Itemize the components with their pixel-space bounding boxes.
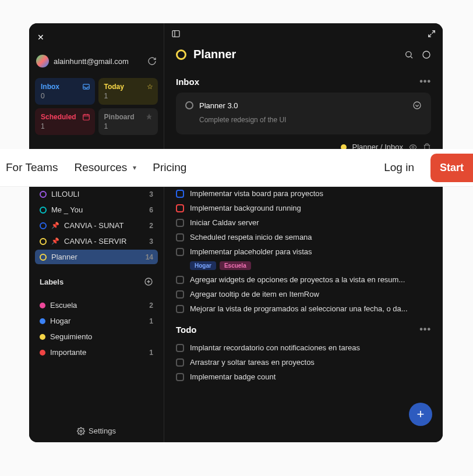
task-checkbox[interactable]	[176, 358, 184, 367]
nav-login[interactable]: Log in	[384, 161, 414, 174]
avatar	[36, 55, 49, 68]
task-checkbox[interactable]	[176, 305, 184, 313]
project-ring-icon	[40, 222, 47, 229]
project-ring-icon	[40, 191, 47, 198]
task-text: Iniciar Caldav server	[190, 218, 431, 227]
task-row[interactable]: Mejorar la vista de programados al selec…	[176, 301, 431, 316]
star-icon: ☆	[147, 83, 153, 91]
project-ring-icon	[40, 207, 47, 214]
add-task-fab[interactable]: +	[409, 403, 432, 426]
task-checkbox[interactable]	[176, 248, 184, 256]
task-checkbox[interactable]	[176, 219, 184, 227]
chevron-down-icon: ▾	[133, 164, 136, 172]
label-dot-icon	[40, 303, 45, 308]
svg-rect-4	[172, 31, 179, 37]
project-item[interactable]: 📌 CANVIA - SERVIR 3	[35, 234, 158, 248]
refresh-icon[interactable]	[147, 56, 157, 66]
svg-point-3	[80, 430, 82, 432]
task-checkbox[interactable]	[176, 276, 184, 284]
pin-icon: 📌	[51, 237, 59, 245]
task-checkbox[interactable]	[176, 373, 184, 381]
task-row[interactable]: Implementar badge count	[176, 370, 431, 384]
gear-icon	[77, 427, 85, 435]
label-dot-icon	[40, 318, 45, 324]
project-count: 14	[146, 253, 153, 261]
task-text: Arrastrar y soltar tareas en proyectos	[190, 358, 431, 367]
section-inbox-title: Inbox	[176, 77, 199, 87]
task-row[interactable]: Implementar placeholder para vistas	[176, 244, 431, 259]
tags-row: HogarEscuela	[190, 261, 431, 270]
project-item[interactable]: 📌 CANVIA - SUNAT 2	[35, 218, 158, 233]
tile-pinboard[interactable]: Pinboard 1	[98, 108, 158, 135]
task-text: Implementar background running	[190, 204, 431, 212]
main-header: Planner	[164, 44, 443, 70]
project-ring-icon	[176, 49, 186, 60]
project-item[interactable]: Me _ You 6	[35, 203, 158, 217]
section-more-icon[interactable]: •••	[419, 76, 431, 87]
close-icon[interactable]: ✕	[35, 30, 158, 44]
project-name: Me _ You	[51, 205, 144, 214]
task-checkbox[interactable]	[176, 344, 184, 352]
project-ring-icon	[40, 238, 47, 245]
task-text: Agregar tooltip de de item en ItemRow	[190, 290, 431, 299]
task-checkbox[interactable]	[176, 204, 184, 212]
featured-card[interactable]: Planner 3.0 Complete redesign of the UI	[176, 93, 431, 134]
task-ring-icon[interactable]	[185, 101, 193, 109]
project-name: Planner	[51, 253, 141, 261]
nav-teams[interactable]: For Teams	[6, 161, 58, 174]
tile-scheduled[interactable]: Scheduled 1	[35, 108, 95, 135]
task-row[interactable]: Implementar vista board para proyectos	[176, 186, 431, 201]
task-row[interactable]: Scheduled respeta inicio de semana	[176, 230, 431, 244]
label-item[interactable]: Seguimiento	[35, 329, 158, 344]
project-item[interactable]: LILOULI 3	[35, 187, 158, 201]
label-item[interactable]: Hogar 1	[35, 314, 158, 328]
add-label-icon[interactable]	[144, 277, 153, 286]
tag-badge[interactable]: Escuela	[220, 261, 251, 270]
nav-pricing[interactable]: Pricing	[153, 161, 186, 174]
content-area: Inbox ••• Planner 3.0 Complete redesign …	[164, 70, 443, 442]
task-row[interactable]: Implantar recordatorio con notificacione…	[176, 340, 431, 355]
project-count: 6	[149, 206, 153, 214]
project-name: CANVIA - SERVIR	[64, 237, 144, 246]
nav-resources[interactable]: Resources	[74, 161, 127, 174]
label-dot-icon	[40, 334, 45, 340]
label-name: Seguimiento	[50, 332, 149, 341]
task-checkbox[interactable]	[176, 233, 184, 241]
task-row[interactable]: Agregar tooltip de de item en ItemRow	[176, 287, 431, 301]
tile-today[interactable]: Today 1 ☆	[98, 78, 158, 105]
tag-badge[interactable]: Hogar	[190, 261, 216, 270]
task-text: Mejorar la vista de programados al selec…	[190, 304, 431, 313]
label-count: 1	[149, 317, 153, 325]
pin-icon: 📌	[51, 222, 59, 229]
task-row[interactable]: Implementar background running	[176, 201, 431, 215]
user-row[interactable]: alainhuntt@gmail.com	[35, 52, 158, 70]
tile-inbox[interactable]: Inbox 0	[35, 78, 95, 105]
chevron-down-icon[interactable]	[412, 101, 422, 110]
labels-list: Escuela 2 Hogar 1 Seguimiento Importante…	[35, 298, 158, 360]
search-icon[interactable]	[404, 50, 414, 59]
label-dot-icon	[40, 350, 45, 356]
settings-button[interactable]: Settings	[77, 427, 116, 435]
task-row[interactable]: Agregar widgets de opciones de proyectos…	[176, 272, 431, 287]
section-more-icon[interactable]: •••	[419, 324, 431, 335]
card-title: Planner 3.0	[199, 101, 407, 110]
label-item[interactable]: Importante 1	[35, 345, 158, 360]
task-text: Implantar recordatorio con notificacione…	[190, 343, 431, 352]
project-item[interactable]: Planner 14	[35, 250, 158, 264]
project-ring-icon	[40, 254, 47, 261]
label-item[interactable]: Escuela 2	[35, 298, 158, 312]
panel-toggle-icon[interactable]	[171, 29, 181, 38]
label-count: 2	[149, 301, 153, 310]
task-checkbox[interactable]	[176, 290, 184, 299]
task-checkbox[interactable]	[176, 190, 184, 198]
task-row[interactable]: Arrastrar y soltar tareas en proyectos	[176, 355, 431, 370]
tile-grid: Inbox 0 Today 1 ☆ Scheduled 1 Pinboard	[35, 78, 158, 135]
card-subtitle: Complete redesign of the UI	[199, 116, 422, 124]
menu-circle-icon[interactable]	[422, 50, 431, 59]
label-count: 1	[149, 349, 153, 357]
calendar-icon	[82, 113, 90, 121]
expand-icon[interactable]	[428, 30, 436, 38]
label-name: Escuela	[50, 301, 144, 310]
task-row[interactable]: Iniciar Caldav server	[176, 215, 431, 230]
start-button[interactable]: Start	[430, 154, 473, 182]
